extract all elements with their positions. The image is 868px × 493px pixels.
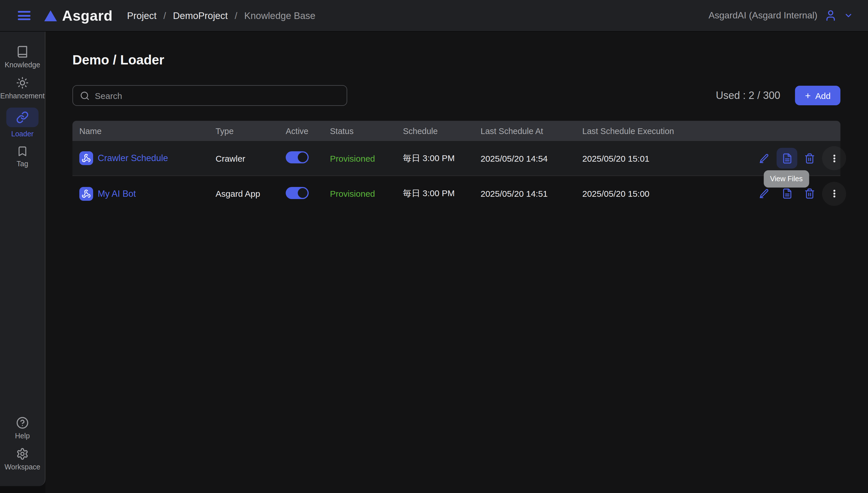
page-title: Demo / Loader (72, 52, 164, 68)
sidebar-item-loader[interactable]: Loader (6, 108, 39, 138)
sidebar-item-label: Workspace (5, 463, 41, 471)
gear-icon (16, 448, 29, 460)
brand-name: Asgard (62, 7, 113, 24)
search-box[interactable] (72, 85, 347, 106)
name-cell: Crawler Schedule (72, 151, 215, 165)
sidebar-item-label: Loader (11, 130, 33, 138)
column-header-schedule: Schedule (403, 126, 481, 135)
main-content: Demo / Loader Used : 2 / 300 + Add Name … (45, 31, 868, 493)
view-files-tooltip: View Files (764, 170, 809, 188)
schedule-cell: 毎日 3:00 PM (403, 153, 481, 164)
type-cell: Asgard App (215, 189, 286, 198)
view-files-icon[interactable] (777, 188, 797, 199)
name-cell: My AI Bot (72, 187, 215, 200)
table-header: Name Type Active Status Schedule Last Sc… (72, 121, 840, 141)
table-row: Crawler Schedule Crawler Provisioned 毎日 … (72, 141, 840, 176)
app-window: Asgard Project / DemoProject / Knowledge… (0, 0, 868, 493)
breadcrumb-project[interactable]: Project (127, 10, 157, 21)
column-header-active: Active (286, 126, 330, 135)
sidebar-item-label: Help (15, 432, 30, 440)
active-toggle[interactable] (286, 151, 309, 164)
view-files-icon[interactable] (777, 148, 797, 169)
book-icon (16, 45, 29, 58)
column-header-last-schedule-execution: Last Schedule Execution (582, 126, 759, 135)
delete-icon[interactable] (804, 153, 815, 164)
bookmark-icon (17, 146, 28, 157)
table-row: My AI Bot Asgard App Provisioned 毎日 3:00… (72, 176, 840, 211)
sidebar-item-knowledge[interactable]: Knowledge (5, 45, 40, 69)
breadcrumb-separator: / (235, 10, 237, 21)
last-schedule-execution-cell: 2025/05/20 15:01 (582, 153, 759, 163)
status-badge: Provisioned (330, 153, 403, 163)
more-actions-icon[interactable] (822, 146, 846, 170)
last-schedule-at-cell: 2025/05/20 14:51 (481, 189, 582, 198)
active-toggle[interactable] (286, 187, 309, 199)
link-icon (16, 111, 29, 124)
loader-name-link[interactable]: Crawler Schedule (98, 153, 168, 164)
loader-table: Name Type Active Status Schedule Last Sc… (72, 121, 840, 211)
loader-name-link[interactable]: My AI Bot (98, 188, 136, 199)
sun-icon (16, 77, 29, 89)
active-item-pill (6, 108, 39, 127)
more-actions-icon[interactable] (822, 181, 846, 206)
sidebar-item-enhancement[interactable]: Enhancement (0, 77, 45, 100)
column-header-type: Type (215, 126, 286, 135)
quota-row: Used : 2 / 300 + Add (716, 85, 840, 106)
edit-icon[interactable] (759, 153, 770, 164)
add-button-label: Add (816, 91, 831, 100)
brand[interactable]: Asgard (44, 7, 113, 24)
row-actions (759, 146, 855, 170)
last-schedule-execution-cell: 2025/05/20 15:00 (582, 189, 759, 198)
hamburger-menu-icon[interactable] (18, 11, 30, 20)
sidebar-item-label: Knowledge (5, 61, 40, 69)
sidebar-item-label: Enhancement (0, 92, 45, 100)
breadcrumb: Project / DemoProject / Knowledge Base (127, 10, 316, 21)
edit-icon[interactable] (759, 188, 770, 199)
column-header-status: Status (330, 126, 403, 135)
search-input[interactable] (95, 91, 347, 100)
last-schedule-at-cell: 2025/05/20 14:54 (481, 153, 582, 163)
sidebar: Knowledge Enhancement Loader Tag (0, 31, 45, 486)
webhook-icon (79, 151, 93, 165)
sidebar-item-label: Tag (17, 160, 28, 168)
search-icon (80, 91, 90, 100)
account-name: AsgardAI (Asgard Internal) (708, 10, 817, 21)
sidebar-item-help[interactable]: Help (15, 416, 30, 440)
usage-counter: Used : 2 / 300 (716, 89, 780, 102)
help-icon (16, 416, 29, 429)
asgard-logo-icon (44, 10, 57, 21)
plus-icon: + (805, 91, 811, 100)
breadcrumb-demo-project[interactable]: DemoProject (173, 10, 228, 21)
account-area[interactable]: AsgardAI (Asgard Internal) (708, 9, 853, 22)
chevron-down-icon[interactable] (844, 11, 853, 20)
delete-icon[interactable] (804, 188, 815, 199)
webhook-icon (79, 187, 93, 200)
sidebar-item-tag[interactable]: Tag (17, 146, 28, 168)
status-badge: Provisioned (330, 189, 403, 198)
breadcrumb-separator: / (163, 10, 166, 21)
column-header-last-schedule-at: Last Schedule At (481, 126, 582, 135)
schedule-cell: 毎日 3:00 PM (403, 188, 481, 199)
active-cell (286, 151, 330, 165)
breadcrumb-knowledge-base: Knowledge Base (244, 10, 316, 21)
add-button[interactable]: + Add (795, 86, 840, 105)
column-header-name: Name (72, 126, 215, 135)
sidebar-bottom: Help Workspace (5, 416, 41, 471)
user-icon[interactable] (824, 9, 837, 22)
type-cell: Crawler (215, 153, 286, 163)
sidebar-item-workspace[interactable]: Workspace (5, 448, 41, 471)
topbar: Asgard Project / DemoProject / Knowledge… (0, 0, 868, 31)
active-cell (286, 187, 330, 200)
